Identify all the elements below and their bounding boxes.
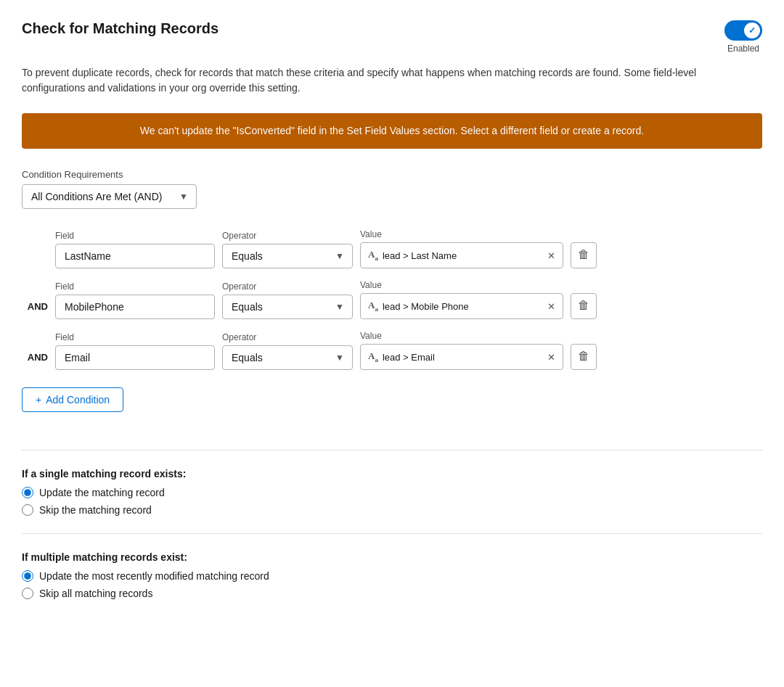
toggle-knob: ✓ (744, 22, 760, 38)
field-col-label-3: Field (55, 332, 215, 342)
value-text-1: lead > Last Name (383, 250, 543, 261)
condition-row-1: Field Operator Equals Not Equals Contain… (22, 229, 762, 268)
value-pill-3[interactable]: Aa lead > Email ✕ (360, 344, 563, 370)
single-match-radio-1[interactable] (22, 487, 33, 498)
field-input-3[interactable] (55, 345, 215, 370)
value-group-2: Value Aa lead > Mobile Phone ✕ (360, 280, 563, 319)
multiple-match-option-1[interactable]: Update the most recently modified matchi… (22, 570, 762, 582)
toggle-label: Enabled (727, 44, 759, 54)
value-type-icon-1: Aa (368, 249, 378, 262)
operator-group-1: Operator Equals Not Equals Contains Is N… (222, 231, 353, 268)
delete-condition-2[interactable]: 🗑 (571, 293, 597, 319)
delete-wrapper-2: 🗑 (571, 293, 597, 319)
field-col-label-2: Field (55, 281, 215, 292)
value-type-icon-3: Aa (368, 350, 378, 363)
add-condition-icon: + (36, 394, 41, 406)
value-col-label-2: Value (360, 280, 563, 290)
value-col-label-3: Value (360, 331, 563, 341)
value-pill-2[interactable]: Aa lead > Mobile Phone ✕ (360, 293, 563, 319)
multiple-match-section: If multiple matching records exist: Upda… (22, 551, 762, 599)
single-match-radio-2[interactable] (22, 504, 33, 516)
warning-banner: We can't update the "IsConverted" field … (22, 113, 762, 149)
delete-wrapper-3: 🗑 (571, 344, 597, 370)
operator-group-3: Operator Equals Not Equals Contains Is N… (222, 332, 353, 370)
header-row: Check for Matching Records ✓ Enabled (22, 20, 762, 54)
multiple-match-radio-2[interactable] (22, 588, 33, 599)
operator-col-label-3: Operator (222, 332, 353, 342)
single-match-label-2: Skip the matching record (39, 504, 152, 516)
multiple-match-title: If multiple matching records exist: (22, 551, 762, 563)
single-match-title: If a single matching record exists: (22, 468, 762, 480)
single-match-label-1: Update the matching record (39, 487, 165, 498)
condition-row-3: AND Field Operator Equals Not Equals Con… (22, 331, 762, 370)
value-text-3: lead > Email (383, 352, 543, 363)
value-col-label-1: Value (360, 229, 563, 239)
and-label-3: AND (22, 352, 48, 370)
operator-col-label-2: Operator (222, 281, 353, 292)
operator-select-2[interactable]: Equals Not Equals Contains Is Null (222, 295, 353, 319)
condition-requirements-label: Condition Requirements (22, 169, 762, 180)
add-condition-label: Add Condition (46, 394, 110, 406)
single-match-option-1[interactable]: Update the matching record (22, 487, 762, 498)
single-match-option-2[interactable]: Skip the matching record (22, 504, 762, 516)
multiple-match-option-2[interactable]: Skip all matching records (22, 588, 762, 599)
delete-condition-3[interactable]: 🗑 (571, 344, 597, 370)
field-group-1: Field (55, 231, 215, 268)
condition-requirements-section: Condition Requirements All Conditions Ar… (22, 169, 762, 229)
operator-select-1[interactable]: Equals Not Equals Contains Is Null (222, 244, 353, 268)
warning-text: We can't update the "IsConverted" field … (140, 125, 644, 136)
delete-wrapper-1: 🗑 (571, 242, 597, 268)
value-remove-3[interactable]: ✕ (547, 352, 555, 363)
divider-1 (22, 450, 762, 451)
operator-select-3[interactable]: Equals Not Equals Contains Is Null (222, 345, 353, 370)
field-group-3: Field (55, 332, 215, 370)
field-input-1[interactable] (55, 244, 215, 268)
page-title: Check for Matching Records (22, 20, 219, 37)
value-remove-1[interactable]: ✕ (547, 250, 555, 261)
operator-col-label-1: Operator (222, 231, 353, 241)
value-remove-2[interactable]: ✕ (547, 301, 555, 312)
operator-group-2: Operator Equals Not Equals Contains Is N… (222, 281, 353, 319)
field-group-2: Field (55, 281, 215, 319)
value-group-3: Value Aa lead > Email ✕ (360, 331, 563, 370)
toggle-area: ✓ Enabled (724, 20, 762, 54)
add-condition-button[interactable]: + Add Condition (22, 387, 123, 412)
toggle-check-icon: ✓ (748, 25, 756, 36)
multiple-match-radio-1[interactable] (22, 570, 33, 582)
field-col-label-1: Field (55, 231, 215, 241)
conditions-area: Field Operator Equals Not Equals Contain… (22, 229, 762, 370)
single-match-section: If a single matching record exists: Upda… (22, 468, 762, 516)
divider-2 (22, 533, 762, 534)
condition-row-2: AND Field Operator Equals Not Equals Con… (22, 280, 762, 319)
multiple-match-label-1: Update the most recently modified matchi… (39, 570, 269, 582)
field-input-2[interactable] (55, 295, 215, 319)
description-text: To prevent duplicate records, check for … (22, 65, 748, 96)
multiple-match-label-2: Skip all matching records (39, 588, 152, 599)
condition-requirements-select[interactable]: All Conditions Are Met (AND) Any Conditi… (22, 184, 197, 209)
value-text-2: lead > Mobile Phone (383, 301, 543, 312)
page-container: Check for Matching Records ✓ Enabled To … (0, 0, 784, 687)
and-label-2: AND (22, 301, 48, 319)
value-group-1: Value Aa lead > Last Name ✕ (360, 229, 563, 268)
enabled-toggle[interactable]: ✓ (724, 20, 762, 41)
delete-condition-1[interactable]: 🗑 (571, 242, 597, 268)
value-type-icon-2: Aa (368, 300, 378, 313)
value-pill-1[interactable]: Aa lead > Last Name ✕ (360, 242, 563, 268)
condition-dropdown-wrapper: All Conditions Are Met (AND) Any Conditi… (22, 184, 197, 209)
